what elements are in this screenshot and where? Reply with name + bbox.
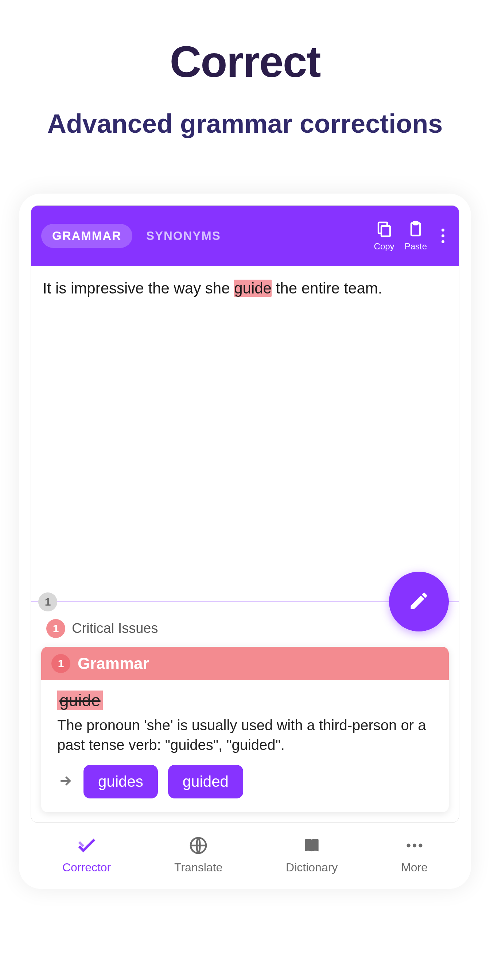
error-explanation: The pronoun 'she' is usually used with a… — [57, 715, 433, 755]
copy-label: Copy — [374, 241, 395, 251]
mode-tabs: GRAMMAR SYNONYMS — [41, 224, 232, 248]
copy-button[interactable]: Copy — [374, 220, 395, 251]
toolbar-actions: Copy Paste — [374, 220, 449, 251]
issue-card-body: guide The pronoun 'she' is usually used … — [41, 680, 449, 812]
copy-icon — [375, 220, 393, 239]
nav-more-label: More — [401, 861, 428, 874]
svg-point-6 — [418, 844, 422, 847]
nav-corrector-label: Corrector — [62, 861, 111, 874]
text-editor[interactable]: It is impressive the way she guide the e… — [31, 266, 459, 601]
svg-rect-2 — [414, 222, 418, 224]
editor-text-after: the entire team. — [272, 280, 382, 297]
nav-translate-label: Translate — [174, 861, 223, 874]
svg-point-4 — [407, 844, 410, 847]
issue-category-count: 1 — [51, 654, 70, 673]
phone-frame: GRAMMAR SYNONYMS Copy — [19, 194, 471, 889]
svg-point-5 — [412, 844, 416, 847]
issues-header: 1 Critical Issues — [46, 619, 449, 638]
suggestion-guided[interactable]: guided — [168, 765, 243, 799]
paste-button[interactable]: Paste — [405, 220, 427, 251]
editor-text-before: It is impressive the way she — [43, 280, 234, 297]
error-word: guide — [57, 690, 103, 710]
tab-synonyms[interactable]: SYNONYMS — [135, 224, 232, 248]
issues-title: Critical Issues — [72, 620, 158, 636]
arrow-right-icon — [57, 773, 73, 791]
edit-fab[interactable] — [389, 572, 449, 632]
paste-label: Paste — [405, 241, 427, 251]
globe-icon — [188, 835, 208, 857]
issue-card-header[interactable]: 1 Grammar — [41, 647, 449, 680]
issue-category-title: Grammar — [78, 654, 149, 673]
issues-section: 1 Critical Issues 1 Grammar guide The pr… — [31, 602, 459, 822]
book-icon — [302, 835, 322, 857]
hero-subtitle: Advanced grammar corrections — [48, 109, 442, 139]
divider-container: 1 — [31, 601, 459, 602]
top-bar: GRAMMAR SYNONYMS Copy — [31, 205, 459, 266]
svg-rect-0 — [381, 226, 390, 236]
tab-grammar[interactable]: GRAMMAR — [41, 224, 132, 248]
issues-count-badge: 1 — [46, 619, 65, 638]
overflow-menu-button[interactable] — [437, 229, 449, 243]
app-screen: GRAMMAR SYNONYMS Copy — [30, 205, 460, 823]
hero-title: Correct — [170, 37, 320, 87]
suggestions-row: guides guided — [57, 765, 433, 799]
nav-more[interactable]: More — [401, 835, 428, 874]
nav-corrector[interactable]: Corrector — [62, 835, 111, 874]
paste-icon — [407, 220, 425, 239]
nav-dictionary[interactable]: Dictionary — [286, 835, 337, 874]
issue-card: 1 Grammar guide The pronoun 'she' is usu… — [41, 647, 449, 812]
suggestion-guides[interactable]: guides — [83, 765, 158, 799]
more-horizontal-icon — [404, 835, 425, 857]
pencil-icon — [408, 590, 430, 613]
bottom-nav: Corrector Translate Dictionary More — [30, 827, 460, 877]
check-icon — [76, 835, 97, 857]
issue-count-badge-top: 1 — [38, 592, 57, 611]
error-highlight[interactable]: guide — [234, 280, 272, 297]
nav-translate[interactable]: Translate — [174, 835, 223, 874]
nav-dictionary-label: Dictionary — [286, 861, 337, 874]
